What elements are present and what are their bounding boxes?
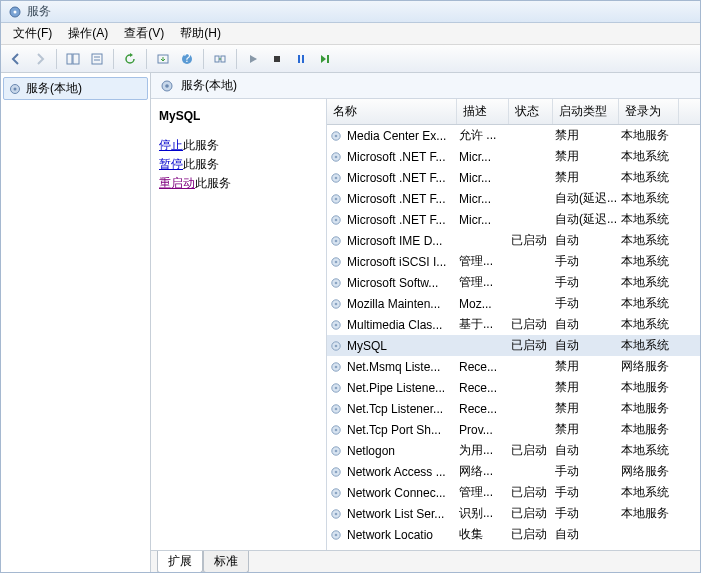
svg-point-22 — [335, 134, 338, 137]
gear-icon — [329, 402, 343, 416]
service-row[interactable]: Microsoft iSCSI I...管理...手动本地系统 — [327, 251, 700, 272]
service-name: Net.Tcp Port Sh... — [347, 423, 459, 437]
svg-rect-10 — [215, 56, 219, 62]
menu-file[interactable]: 文件(F) — [5, 23, 60, 44]
service-row[interactable]: Microsoft .NET F...Micr...禁用本地系统 — [327, 167, 700, 188]
gear-icon — [329, 486, 343, 500]
title-bar: 服务 — [1, 1, 700, 23]
sub-header: 服务(本地) — [151, 73, 700, 99]
services-icon — [7, 4, 23, 20]
service-row[interactable]: MySQL已启动自动本地系统 — [327, 335, 700, 356]
back-button[interactable] — [5, 48, 27, 70]
refresh-button[interactable] — [119, 48, 141, 70]
connect-button[interactable] — [209, 48, 231, 70]
service-startup: 自动 — [555, 337, 621, 354]
gear-icon — [329, 381, 343, 395]
service-name: Mozilla Mainten... — [347, 297, 459, 311]
svg-point-58 — [335, 512, 338, 515]
svg-point-20 — [165, 84, 169, 88]
col-status[interactable]: 状态 — [509, 99, 553, 124]
toolbar-separator — [56, 49, 57, 69]
help-button[interactable]: ? — [176, 48, 198, 70]
stop-button[interactable] — [266, 48, 288, 70]
service-desc: Micr... — [459, 150, 511, 164]
restart-tail: 此服务 — [195, 176, 231, 190]
pause-button[interactable] — [290, 48, 312, 70]
selected-service-name: MySQL — [159, 109, 318, 123]
gear-icon — [329, 360, 343, 374]
service-row[interactable]: Microsoft .NET F...Micr...禁用本地系统 — [327, 146, 700, 167]
service-name: Microsoft IME D... — [347, 234, 459, 248]
service-row[interactable]: Multimedia Clas...基于...已启动自动本地系统 — [327, 314, 700, 335]
svg-point-1 — [14, 10, 17, 13]
gear-icon — [329, 423, 343, 437]
stop-service-link[interactable]: 停止 — [159, 138, 183, 152]
service-startup: 自动(延迟... — [555, 211, 621, 228]
service-row[interactable]: Microsoft IME D...已启动自动本地系统 — [327, 230, 700, 251]
service-startup: 手动 — [555, 484, 621, 501]
service-startup: 手动 — [555, 253, 621, 270]
service-row[interactable]: Mozilla Mainten...Moz...手动本地系统 — [327, 293, 700, 314]
service-row[interactable]: Microsoft Softw...管理...手动本地系统 — [327, 272, 700, 293]
col-name[interactable]: 名称 — [327, 99, 457, 124]
service-row[interactable]: Network Connec...管理...已启动手动本地系统 — [327, 482, 700, 503]
menu-view[interactable]: 查看(V) — [116, 23, 172, 44]
svg-rect-11 — [221, 56, 225, 62]
service-startup: 手动 — [555, 505, 621, 522]
service-startup: 禁用 — [555, 421, 621, 438]
menu-help[interactable]: 帮助(H) — [172, 23, 229, 44]
service-row[interactable]: Microsoft .NET F...Micr...自动(延迟...本地系统 — [327, 188, 700, 209]
service-name: Network List Ser... — [347, 507, 459, 521]
service-status: 已启动 — [511, 442, 555, 459]
list-body[interactable]: Media Center Ex...允许 ...禁用本地服务Microsoft … — [327, 125, 700, 550]
service-row[interactable]: Network List Ser...识别...已启动手动本地服务 — [327, 503, 700, 524]
restart-service-link[interactable]: 重启动 — [159, 176, 195, 190]
svg-point-40 — [335, 323, 338, 326]
service-status: 已启动 — [511, 505, 555, 522]
svg-point-56 — [335, 491, 338, 494]
service-startup: 自动 — [555, 316, 621, 333]
service-logon: 本地系统 — [621, 232, 681, 249]
gear-icon — [329, 213, 343, 227]
svg-point-50 — [335, 428, 338, 431]
start-button[interactable] — [242, 48, 264, 70]
service-row[interactable]: Net.Pipe Listene...Rece...禁用本地服务 — [327, 377, 700, 398]
service-logon: 本地服务 — [621, 127, 681, 144]
show-hide-tree-button[interactable] — [62, 48, 84, 70]
service-name: Microsoft .NET F... — [347, 150, 459, 164]
menu-action[interactable]: 操作(A) — [60, 23, 116, 44]
service-startup: 自动 — [555, 526, 621, 543]
service-row[interactable]: Net.Tcp Listener...Rece...禁用本地服务 — [327, 398, 700, 419]
restart-button[interactable] — [314, 48, 336, 70]
col-logon[interactable]: 登录为 — [619, 99, 679, 124]
service-row[interactable]: Net.Tcp Port Sh...Prov...禁用本地服务 — [327, 419, 700, 440]
service-name: Microsoft .NET F... — [347, 192, 459, 206]
service-logon: 网络服务 — [621, 358, 681, 375]
gear-icon — [329, 276, 343, 290]
service-row[interactable]: Media Center Ex...允许 ...禁用本地服务 — [327, 125, 700, 146]
service-row[interactable]: Microsoft .NET F...Micr...自动(延迟...本地系统 — [327, 209, 700, 230]
export-button[interactable] — [152, 48, 174, 70]
tree-root-node[interactable]: 服务(本地) — [3, 77, 148, 100]
tab-standard[interactable]: 标准 — [203, 551, 249, 573]
col-startup[interactable]: 启动类型 — [553, 99, 619, 124]
service-desc: 收集 — [459, 526, 511, 543]
service-logon: 本地服务 — [621, 505, 681, 522]
service-logon: 本地服务 — [621, 421, 681, 438]
service-row[interactable]: Network Locatio收集已启动自动 — [327, 524, 700, 545]
pause-service-link[interactable]: 暂停 — [159, 157, 183, 171]
properties-button[interactable] — [86, 48, 108, 70]
gear-icon — [329, 507, 343, 521]
service-name: Microsoft .NET F... — [347, 171, 459, 185]
service-name: Network Access ... — [347, 465, 459, 479]
service-row[interactable]: Net.Msmq Liste...Rece...禁用网络服务 — [327, 356, 700, 377]
service-row[interactable]: Network Access ...网络...手动网络服务 — [327, 461, 700, 482]
tab-extended[interactable]: 扩展 — [157, 551, 203, 573]
svg-rect-15 — [302, 55, 304, 63]
col-desc[interactable]: 描述 — [457, 99, 509, 124]
forward-button[interactable] — [29, 48, 51, 70]
service-row[interactable]: Netlogon为用...已启动自动本地系统 — [327, 440, 700, 461]
svg-point-24 — [335, 155, 338, 158]
service-desc: Rece... — [459, 360, 511, 374]
service-desc: 管理... — [459, 484, 511, 501]
